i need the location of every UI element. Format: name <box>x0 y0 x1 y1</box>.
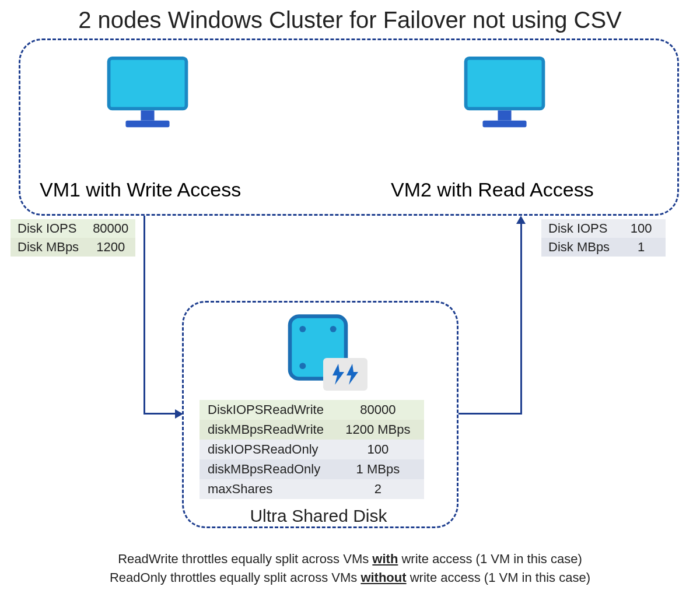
arrow-head-icon <box>175 409 183 419</box>
stat-value: 1 <box>617 238 666 257</box>
disk-stats-table: DiskIOPSReadWrite80000 diskMBpsReadWrite… <box>200 400 424 499</box>
stat-key: Disk MBps <box>541 238 617 257</box>
vm1-label: VM1 with Write Access <box>40 178 241 201</box>
table-row: diskMBpsReadOnly1 MBps <box>200 459 424 479</box>
svg-point-9 <box>299 363 306 369</box>
stat-value: 80000 <box>86 219 135 238</box>
table-row: diskIOPSReadOnly100 <box>200 440 424 459</box>
svg-rect-4 <box>498 110 511 120</box>
arrow-segment <box>144 216 145 414</box>
stat-value: 2 <box>332 479 424 499</box>
vm2-stats-table: Disk IOPS100 Disk MBps1 <box>541 219 666 257</box>
arrow-segment <box>144 413 175 415</box>
footer-line-1: ReadWrite throttles equally split across… <box>0 552 700 567</box>
vm2-label: VM2 with Read Access <box>391 178 594 201</box>
arrow-segment <box>459 413 522 415</box>
svg-rect-2 <box>125 121 169 128</box>
table-row: Disk IOPS80000 <box>10 219 135 238</box>
stat-key: diskIOPSReadOnly <box>200 440 332 459</box>
table-row: Disk MBps1200 <box>10 238 135 257</box>
stat-key: diskMBpsReadWrite <box>200 420 332 440</box>
footer-line-2: ReadOnly throttles equally split across … <box>0 570 700 585</box>
table-row: Disk MBps1 <box>541 238 666 257</box>
svg-rect-5 <box>482 121 526 128</box>
table-row: Disk IOPS100 <box>541 219 666 238</box>
arrow-head-icon <box>516 216 526 224</box>
stat-value: 80000 <box>332 400 424 420</box>
svg-rect-3 <box>466 58 544 109</box>
svg-rect-0 <box>109 58 187 109</box>
svg-point-7 <box>299 326 306 332</box>
monitor-icon <box>105 55 190 131</box>
stat-value: 1200 MBps <box>332 420 424 440</box>
svg-rect-1 <box>141 110 154 120</box>
stat-key: Disk MBps <box>10 238 86 257</box>
stat-value: 1 MBps <box>332 459 424 479</box>
stat-key: DiskIOPSReadWrite <box>200 400 332 420</box>
table-row: DiskIOPSReadWrite80000 <box>200 400 424 420</box>
stat-value: 100 <box>332 440 424 459</box>
lightning-icon <box>323 358 368 391</box>
vm1-stats-table: Disk IOPS80000 Disk MBps1200 <box>10 219 135 257</box>
stat-key: diskMBpsReadOnly <box>200 459 332 479</box>
stat-value: 1200 <box>86 238 135 257</box>
table-row: diskMBpsReadWrite1200 MBps <box>200 420 424 440</box>
table-row: maxShares2 <box>200 479 424 499</box>
monitor-icon <box>462 55 547 131</box>
svg-point-8 <box>330 326 337 332</box>
stat-key: maxShares <box>200 479 332 499</box>
stat-key: Disk IOPS <box>541 219 617 238</box>
diagram-title: 2 nodes Windows Cluster for Failover not… <box>0 7 700 33</box>
stat-key: Disk IOPS <box>10 219 86 238</box>
disk-caption: Ultra Shared Disk <box>182 506 455 526</box>
stat-value: 100 <box>617 219 666 238</box>
arrow-segment <box>520 224 522 415</box>
